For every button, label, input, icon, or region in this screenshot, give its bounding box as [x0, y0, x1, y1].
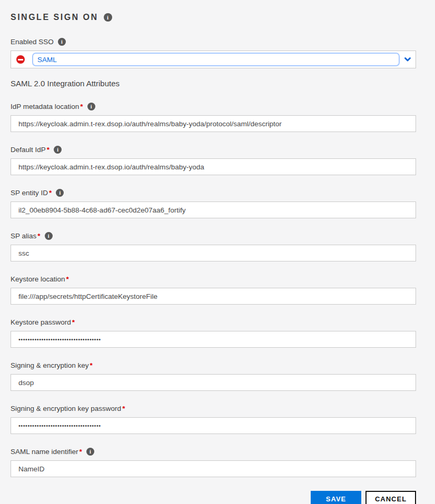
- required-asterisk: *: [72, 318, 75, 326]
- signing-encryption-key-label: Signing & encryption key: [11, 361, 89, 369]
- form-field: SAML name identifier * i: [11, 448, 416, 477]
- required-asterisk: *: [47, 146, 50, 154]
- enabled-sso-select[interactable]: SAML: [11, 51, 416, 68]
- info-icon[interactable]: i: [45, 232, 53, 240]
- saml-fields: IdP metadata location * i Default IdP * …: [11, 103, 408, 477]
- form-field: Keystore location *: [11, 275, 416, 305]
- keystore-password-label: Keystore password: [11, 318, 71, 326]
- required-asterisk: *: [49, 189, 52, 197]
- info-icon[interactable]: i: [104, 13, 112, 22]
- keystore-location-input[interactable]: [11, 288, 416, 305]
- sso-settings-page: SINGLE SIGN ON i Enabled SSO i SAML SAML…: [0, 0, 427, 504]
- form-field: SP entity ID * i: [11, 189, 416, 218]
- required-asterisk: *: [37, 232, 40, 240]
- info-glyph: i: [59, 190, 61, 196]
- section-heading: SAML 2.0 Integration Attributes: [11, 79, 408, 88]
- sp-alias-label: SP alias: [11, 232, 36, 240]
- no-entry-icon: [16, 55, 25, 64]
- saml-name-identifier-input[interactable]: [11, 460, 416, 477]
- keystore-password-input[interactable]: [11, 331, 416, 348]
- enabled-sso-label: Enabled SSO: [11, 38, 54, 46]
- sp-entity-id-input[interactable]: [11, 201, 416, 218]
- enabled-sso-label-row: Enabled SSO i: [11, 38, 408, 46]
- form-field: Keystore password *: [11, 318, 416, 348]
- info-glyph: i: [48, 234, 50, 239]
- signing-encryption-key-password-input[interactable]: [11, 417, 416, 434]
- sso-selected-option[interactable]: SAML: [32, 53, 400, 66]
- info-icon[interactable]: i: [87, 103, 95, 110]
- idp-metadata-location-input[interactable]: [11, 115, 416, 132]
- required-asterisk: *: [66, 275, 69, 283]
- required-asterisk: *: [122, 405, 125, 412]
- default-idp-label: Default IdP: [11, 146, 46, 154]
- signing-encryption-key-input[interactable]: [11, 374, 416, 391]
- form-field: SP alias * i: [11, 232, 416, 261]
- form-field: Default IdP * i: [11, 146, 416, 175]
- save-button[interactable]: SAVE: [311, 491, 361, 504]
- info-icon[interactable]: i: [58, 38, 66, 46]
- info-glyph: i: [57, 147, 58, 153]
- form-field: Signing & encryption key password *: [11, 405, 416, 434]
- info-glyph: i: [90, 449, 91, 455]
- sp-entity-id-label: SP entity ID: [11, 189, 48, 197]
- page-title-row: SINGLE SIGN ON i: [11, 13, 408, 22]
- sso-selected-value: SAML: [37, 56, 57, 64]
- info-icon[interactable]: i: [56, 189, 64, 197]
- form-actions: SAVE CANCEL: [11, 491, 416, 504]
- saml-name-identifier-label: SAML name identifier: [11, 448, 78, 456]
- info-glyph: i: [61, 39, 63, 45]
- required-asterisk: *: [80, 103, 83, 110]
- form-field: IdP metadata location * i: [11, 103, 416, 132]
- sp-alias-input[interactable]: [11, 245, 416, 261]
- chevron-down-icon[interactable]: [404, 56, 411, 63]
- page-title: SINGLE SIGN ON: [11, 13, 98, 22]
- default-idp-input[interactable]: [11, 158, 416, 175]
- info-icon[interactable]: i: [54, 146, 62, 154]
- idp-metadata-location-label: IdP metadata location: [11, 103, 79, 110]
- required-asterisk: *: [90, 361, 93, 369]
- form-field: Signing & encryption key *: [11, 361, 416, 391]
- keystore-location-label: Keystore location: [11, 275, 65, 283]
- required-asterisk: *: [80, 448, 82, 456]
- cancel-button[interactable]: CANCEL: [365, 491, 416, 504]
- info-glyph: i: [91, 104, 92, 109]
- info-glyph: i: [107, 15, 108, 21]
- signing-encryption-key-password-label: Signing & encryption key password: [11, 405, 121, 412]
- info-icon[interactable]: i: [86, 448, 94, 456]
